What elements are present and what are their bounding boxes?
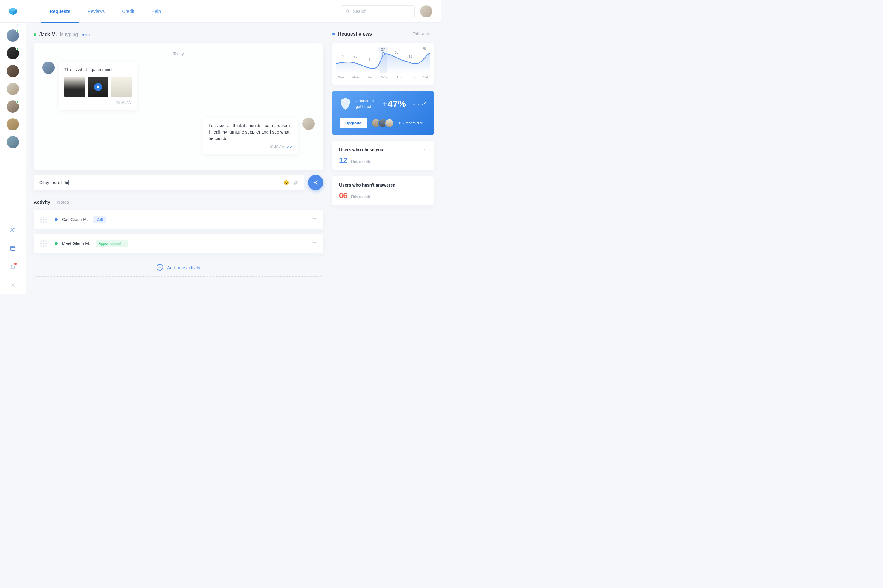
chart-value: 28	[419, 47, 429, 52]
activity-title: Call Glenn M.	[62, 217, 88, 222]
wave-icon	[413, 101, 426, 106]
chat-header: Jack M. is typing ⋯	[34, 31, 323, 38]
more-icon[interactable]: ⋯	[422, 147, 427, 153]
svg-point-11	[12, 284, 14, 286]
chart-category: Thu	[396, 75, 402, 79]
activity-title: Meet Glenn M.	[62, 241, 90, 246]
chart-value: 20	[392, 51, 401, 56]
svg-rect-7	[11, 246, 15, 250]
calendar-icon[interactable]	[10, 245, 16, 251]
attachment-video[interactable]	[88, 76, 108, 98]
chart-category: Mon	[352, 75, 359, 79]
users-unanswered-card: Users who hasn't answered ⋯ 06 This mont…	[332, 176, 434, 206]
activity-status-dot	[54, 218, 58, 221]
attachment-image-2[interactable]	[111, 76, 132, 98]
notifications-icon[interactable]	[10, 263, 16, 270]
stat-number: 06	[339, 191, 347, 200]
message-time: 10:40 AM	[269, 145, 285, 149]
message-outgoing: Let's see... I think it shouldn't be a p…	[42, 118, 315, 154]
svg-point-5	[11, 228, 13, 230]
activity-row: Meet Glenn M. Appointment ✕	[34, 234, 323, 253]
stat-number: 12	[339, 156, 347, 165]
period-select[interactable]: This week	[413, 32, 434, 36]
message-text: Let's see... I think it shouldn't be a p…	[209, 123, 293, 142]
sidebar-contact-1[interactable]	[7, 29, 19, 42]
activity-tag-editing[interactable]: Appointment ✕	[96, 240, 128, 247]
tab-requests[interactable]: Requests	[41, 0, 79, 22]
search-icon	[345, 9, 350, 14]
chart-value-highlight: 27	[378, 47, 387, 52]
others-text: +22 others did!	[398, 121, 423, 125]
send-button[interactable]	[308, 175, 323, 190]
sidebar-contact-2[interactable]	[7, 47, 19, 59]
search-placeholder: Search	[353, 9, 366, 14]
tab-help[interactable]: Help	[143, 0, 170, 22]
tab-credit[interactable]: Credit	[113, 0, 143, 22]
chart-category: Fri	[411, 75, 414, 79]
more-icon[interactable]: ⋯	[317, 31, 323, 38]
activity-tag[interactable]: Call	[93, 216, 106, 223]
activity-row: Call Glenn M. Call	[34, 210, 323, 229]
stat-period: This month	[350, 195, 370, 199]
typing-status: is typing	[60, 32, 78, 38]
sidebar-contact-5[interactable]	[7, 100, 19, 113]
message-incoming: This is what I got in mind! 10:39 AM	[42, 62, 315, 110]
more-icon[interactable]: ⋯	[422, 182, 427, 188]
attachment-image-1[interactable]	[65, 76, 85, 98]
typing-dots-icon	[83, 34, 90, 36]
chart-value: 12	[351, 56, 360, 60]
online-indicator	[34, 33, 36, 36]
delete-icon[interactable]	[312, 217, 317, 222]
tab-activity[interactable]: Activity	[34, 200, 50, 205]
search-input[interactable]: Search	[341, 5, 414, 18]
emoji-icon[interactable]: 😊	[284, 180, 289, 185]
users-chose-card: Users who chose you ⋯ 12 This month	[332, 141, 434, 170]
chart-category: Wed	[381, 75, 388, 79]
promo-line-2: get hired	[356, 104, 374, 110]
tab-reviews[interactable]: Reviews	[79, 0, 114, 22]
upgraded-users-avatars	[371, 118, 394, 128]
request-views-header: Request views This week	[332, 31, 434, 37]
read-receipt-icon: ✓✓	[287, 145, 293, 149]
plus-icon: +	[156, 264, 163, 271]
add-activity-label: Add new activity	[167, 265, 200, 270]
sidebar-contact-3[interactable]	[7, 65, 19, 77]
message-text: This is what I got in mind!	[65, 66, 132, 73]
user-avatar[interactable]	[420, 5, 432, 18]
nav-tabs: Requests Reviews Credit Help	[41, 0, 170, 22]
avatar	[42, 62, 54, 74]
sidebar-contact-4[interactable]	[7, 82, 19, 95]
compose-row: Okay then, I thi 😊	[34, 175, 323, 190]
chart-value: 15	[337, 54, 347, 59]
sidebar-contact-6[interactable]	[7, 118, 19, 130]
sidebar-contact-7[interactable]	[7, 136, 19, 148]
activity-status-dot	[54, 242, 58, 245]
contacts-icon[interactable]	[10, 226, 16, 233]
section-dot	[332, 33, 335, 35]
upgrade-button[interactable]: Upgrade	[340, 118, 367, 128]
logo[interactable]	[0, 0, 26, 22]
message-input[interactable]: Okay then, I thi 😊	[34, 175, 303, 190]
tab-notes[interactable]: Notes	[57, 200, 69, 205]
chat-panel: Today This is what I got in mind! 10:39 …	[34, 44, 323, 170]
sidebar	[0, 22, 26, 294]
attach-icon[interactable]	[293, 180, 298, 185]
svg-point-6	[14, 228, 15, 229]
chart-value: 6	[365, 58, 374, 63]
upgrade-promo: Chance to get hired +47% Upgrade +22 oth…	[332, 91, 434, 135]
tag-clear-icon[interactable]: ✕	[123, 242, 125, 245]
svg-point-3	[346, 9, 349, 12]
delete-icon[interactable]	[312, 241, 317, 246]
drag-handle-icon[interactable]	[41, 240, 47, 246]
chart-category: Tue	[367, 75, 373, 79]
drag-handle-icon[interactable]	[41, 216, 47, 223]
promo-percentage: +47%	[382, 99, 406, 109]
request-views-chart: 15 12 6 27 20 13 28 Sun Mon	[332, 43, 434, 84]
chart-category: Sat	[423, 75, 428, 79]
add-activity-button[interactable]: + Add new activity	[34, 258, 323, 277]
section-title: Request views	[338, 31, 372, 37]
avatar	[302, 118, 315, 130]
settings-icon[interactable]	[10, 282, 16, 288]
promo-line-1: Chance to	[356, 98, 374, 104]
chart-category: Sun	[338, 75, 344, 79]
